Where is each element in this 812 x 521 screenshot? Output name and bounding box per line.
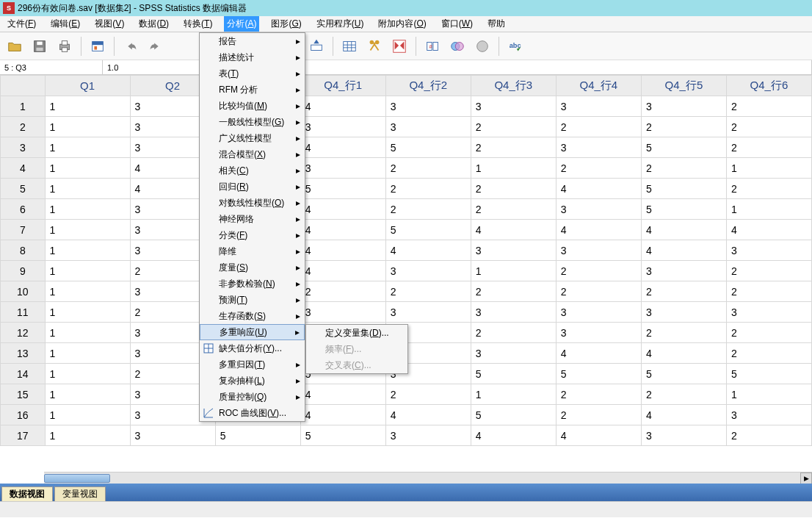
menu-item[interactable]: 非参数检验(N)▸ <box>200 276 305 292</box>
data-cell[interactable]: 3 <box>641 96 726 117</box>
data-cell[interactable]: 3 <box>641 261 726 281</box>
data-cell[interactable]: 2 <box>385 281 471 302</box>
grid-corner[interactable] <box>1 76 46 96</box>
data-cell[interactable]: 1 <box>45 137 130 158</box>
data-cell[interactable]: 1 <box>45 323 130 343</box>
data-cell[interactable]: 2 <box>471 323 556 343</box>
menu-item[interactable]: RFM 分析▸ <box>200 82 305 98</box>
data-cell[interactable]: 2 <box>641 323 726 343</box>
data-cell[interactable]: 2 <box>726 137 811 158</box>
data-cell[interactable]: 2 <box>726 425 811 446</box>
data-cell[interactable]: 1 <box>45 179 130 199</box>
data-cell[interactable]: 2 <box>726 117 811 137</box>
data-cell[interactable]: 4 <box>726 220 811 240</box>
data-cell[interactable]: 2 <box>641 384 726 405</box>
data-cell[interactable]: 2 <box>726 323 811 343</box>
column-header[interactable]: Q4_行5 <box>641 76 726 96</box>
redo-icon[interactable] <box>145 36 166 57</box>
data-cell[interactable]: 4 <box>556 220 641 240</box>
data-cell[interactable]: 2 <box>300 281 385 302</box>
data-cell[interactable]: 3 <box>300 117 385 137</box>
data-cell[interactable]: 3 <box>300 158 385 179</box>
data-cell[interactable]: 1 <box>45 405 130 425</box>
find-icon[interactable] <box>364 36 385 57</box>
menu-7[interactable]: 实用程序(U) <box>313 16 367 32</box>
column-header[interactable]: Q4_行4 <box>556 76 641 96</box>
menu-item[interactable]: 比较均值(M)▸ <box>200 98 305 114</box>
data-cell[interactable]: 1 <box>726 384 811 405</box>
menu-item[interactable]: 回归(R)▸ <box>200 179 305 195</box>
data-cell[interactable]: 5 <box>300 425 385 446</box>
data-cell[interactable]: 4 <box>471 220 556 240</box>
menu-item[interactable]: 一般线性模型(G)▸ <box>200 114 305 130</box>
menu-item[interactable]: 复杂抽样(L)▸ <box>200 373 305 389</box>
menu-item[interactable]: 相关(C)▸ <box>200 162 305 179</box>
data-cell[interactable]: 5 <box>726 364 811 384</box>
data-cell[interactable]: 1 <box>45 199 130 220</box>
scroll-right-icon[interactable]: ▶ <box>800 473 812 484</box>
data-cell[interactable]: 5 <box>385 220 471 240</box>
print-icon[interactable] <box>54 36 75 57</box>
data-cell[interactable]: 5 <box>641 137 726 158</box>
data-cell[interactable]: 3 <box>471 302 556 323</box>
data-cell[interactable]: 3 <box>385 96 471 117</box>
menu-item[interactable]: 生存函数(S)▸ <box>200 308 305 324</box>
use-sets-icon[interactable]: abc <box>505 36 526 57</box>
goto-variable-icon[interactable] <box>306 36 327 57</box>
row-header[interactable]: 6 <box>1 199 46 220</box>
data-cell[interactable]: 1 <box>45 117 130 137</box>
menu-item[interactable]: ROC 曲线图(V)... <box>200 405 305 421</box>
menu-3[interactable]: 数据(D) <box>136 16 172 32</box>
row-header[interactable]: 2 <box>1 117 46 137</box>
data-cell[interactable]: 5 <box>215 425 300 446</box>
column-header[interactable]: Q4_行1 <box>300 76 385 96</box>
menu-4[interactable]: 转换(T) <box>181 16 215 32</box>
data-cell[interactable]: 2 <box>471 281 556 302</box>
data-cell[interactable]: 3 <box>641 302 726 323</box>
menu-item[interactable]: 报告▸ <box>200 33 305 49</box>
data-cell[interactable]: 4 <box>556 425 641 446</box>
data-cell[interactable]: 4 <box>300 96 385 117</box>
undo-icon[interactable] <box>120 36 141 57</box>
save-icon[interactable] <box>29 36 50 57</box>
data-cell[interactable]: 2 <box>471 179 556 199</box>
data-cell[interactable]: 4 <box>300 261 385 281</box>
data-cell[interactable]: 3 <box>300 302 385 323</box>
row-header[interactable]: 9 <box>1 261 46 281</box>
data-cell[interactable]: 2 <box>556 281 641 302</box>
menu-item[interactable]: 描述统计▸ <box>200 49 305 65</box>
row-header[interactable]: 4 <box>1 158 46 179</box>
data-cell[interactable]: 5 <box>641 364 726 384</box>
menu-8[interactable]: 附加内容(O) <box>375 16 429 32</box>
data-cell[interactable]: 2 <box>641 117 726 137</box>
data-cell[interactable]: 4 <box>300 220 385 240</box>
data-cell[interactable]: 5 <box>385 137 471 158</box>
data-cell[interactable]: 4 <box>300 405 385 425</box>
data-cell[interactable]: 4 <box>641 405 726 425</box>
menu-item[interactable]: 表(T)▸ <box>200 65 305 82</box>
data-cell[interactable]: 1 <box>45 364 130 384</box>
data-cell[interactable]: 2 <box>641 158 726 179</box>
data-cell[interactable]: 4 <box>300 199 385 220</box>
data-cell[interactable]: 2 <box>726 343 811 364</box>
row-header[interactable]: 8 <box>1 240 46 261</box>
data-cell[interactable]: 3 <box>556 96 641 117</box>
data-cell[interactable]: 3 <box>385 117 471 137</box>
data-cell[interactable]: 2 <box>556 261 641 281</box>
menu-item[interactable]: 分类(F)▸ <box>200 227 305 243</box>
data-cell[interactable]: 3 <box>641 425 726 446</box>
menu-5[interactable]: 分析(A) <box>224 16 259 32</box>
data-cell[interactable]: 1 <box>726 199 811 220</box>
data-cell[interactable]: 1 <box>471 384 556 405</box>
column-header[interactable]: Q4_行3 <box>471 76 556 96</box>
data-cell[interactable]: 1 <box>45 240 130 261</box>
column-header[interactable]: Q1 <box>45 76 130 96</box>
menu-item[interactable]: 缺失值分析(Y)... <box>200 340 305 356</box>
data-cell[interactable]: 2 <box>556 384 641 405</box>
data-cell[interactable]: 2 <box>556 158 641 179</box>
menu-10[interactable]: 帮助 <box>485 16 508 32</box>
column-header[interactable]: Q4_行2 <box>385 76 471 96</box>
data-cell[interactable]: 1 <box>45 220 130 240</box>
open-icon[interactable] <box>4 36 25 57</box>
data-cell[interactable]: 3 <box>556 137 641 158</box>
